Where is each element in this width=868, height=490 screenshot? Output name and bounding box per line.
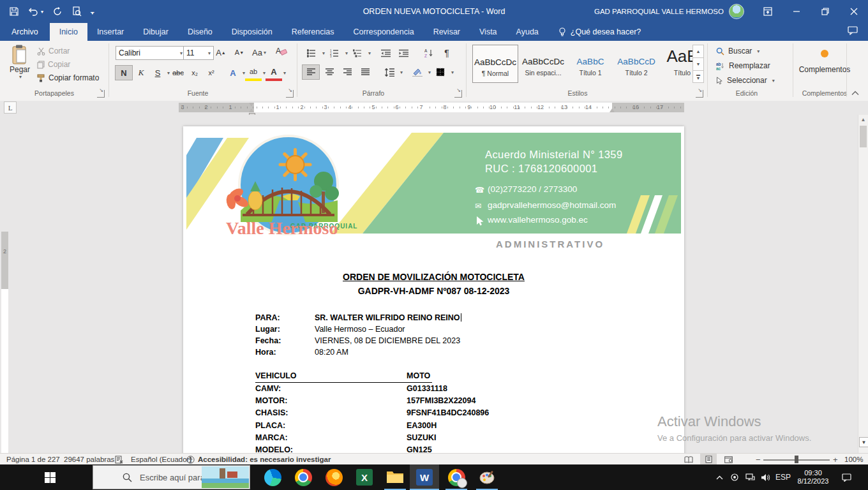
scrollbar-thumb[interactable] xyxy=(860,126,867,147)
numbering-button[interactable]: 123 xyxy=(326,46,343,60)
zoom-in-icon[interactable]: + xyxy=(833,454,838,465)
clear-formatting-icon[interactable]: A xyxy=(276,46,287,56)
styles-gallery-up-icon[interactable]: ▲ xyxy=(692,45,704,58)
grow-font-button[interactable]: A▲ xyxy=(213,45,229,59)
undo-button[interactable]: ▾ xyxy=(28,6,43,17)
highlight-button[interactable]: ab xyxy=(245,64,262,81)
tab-dibujar[interactable]: Dibujar xyxy=(133,23,178,41)
document-page[interactable]: GAD PARROQUIAL Valle Hermoso Acuerdo Min… xyxy=(183,126,684,453)
hanging-indent-marker[interactable] xyxy=(249,108,254,112)
taskbar-excel[interactable]: X xyxy=(350,464,379,490)
tab-archivo[interactable]: Archivo xyxy=(0,23,50,41)
align-right-button[interactable] xyxy=(339,65,355,79)
decrease-indent-button[interactable] xyxy=(377,46,394,60)
save-icon[interactable] xyxy=(9,6,19,17)
select-button[interactable]: Seleccionar▾ xyxy=(716,76,775,85)
account-avatar[interactable] xyxy=(729,4,744,19)
font-family-select[interactable]: Calibri▾ xyxy=(116,46,186,60)
network-icon[interactable] xyxy=(743,464,757,490)
tab-stop-selector[interactable]: L xyxy=(4,101,17,114)
accessibility-status[interactable]: Accesibilidad: es necesario investigar xyxy=(186,454,331,465)
format-painter-button[interactable]: Copiar formato xyxy=(37,73,99,82)
taskbar-chrome-profile[interactable] xyxy=(442,464,471,490)
ribbon-display-options-icon[interactable] xyxy=(753,0,782,23)
web-layout-button[interactable] xyxy=(720,454,737,465)
zoom-out-icon[interactable]: − xyxy=(756,454,761,465)
start-button[interactable] xyxy=(37,464,63,490)
volume-icon[interactable] xyxy=(758,464,772,490)
undo-dropdown-icon[interactable]: ▾ xyxy=(41,9,43,15)
tab-revisar[interactable]: Revisar xyxy=(424,23,470,41)
word-count[interactable]: 29647 palabras xyxy=(64,454,114,465)
read-mode-button[interactable] xyxy=(680,454,697,465)
vertical-scrollbar[interactable]: ▲ ▼ xyxy=(858,115,868,453)
styles-gallery-more-icon[interactable]: ▬▼ xyxy=(692,70,704,83)
tab-insertar[interactable]: Insertar xyxy=(87,23,133,41)
feedback-icon[interactable] xyxy=(848,26,858,35)
restore-button[interactable] xyxy=(811,0,839,23)
styles-dialog-launcher[interactable] xyxy=(696,90,703,98)
taskbar-word[interactable]: W xyxy=(410,464,439,490)
font-color-button[interactable]: A xyxy=(266,64,282,81)
taskbar-search-input[interactable]: Escribe aquí para buscar xyxy=(93,465,250,489)
taskbar-chrome[interactable] xyxy=(288,464,318,490)
align-left-button[interactable] xyxy=(302,64,320,80)
action-center-icon[interactable] xyxy=(837,464,855,490)
style-sin-espaciado[interactable]: AaBbCcDcSin espaci... xyxy=(521,45,565,82)
font-size-select[interactable]: 11▾ xyxy=(183,46,214,60)
replace-button[interactable]: abac Reemplazar xyxy=(716,61,770,70)
bold-button[interactable]: N xyxy=(115,65,133,80)
paste-button[interactable]: Pegar ▾ xyxy=(6,45,33,80)
multilevel-list-button[interactable] xyxy=(349,46,366,60)
first-line-indent-marker[interactable] xyxy=(249,103,254,107)
right-indent-marker[interactable] xyxy=(610,108,615,112)
superscript-button[interactable]: x² xyxy=(203,66,220,80)
horizontal-ruler[interactable]: 3 2 1 1 2 3 4 5 6 7 8 9 10 11 12 13 14 1… xyxy=(179,103,684,112)
scroll-up-icon[interactable]: ▲ xyxy=(858,115,868,124)
underline-button[interactable]: S xyxy=(149,66,166,80)
customize-qat-icon[interactable]: ▁▾ xyxy=(91,8,94,15)
tab-disposicion[interactable]: Disposición xyxy=(222,23,282,41)
redo-button[interactable] xyxy=(52,6,63,17)
proofing-icon[interactable] xyxy=(115,454,123,465)
tab-referencias[interactable]: Referencias xyxy=(282,23,344,41)
text-effects-button[interactable]: A xyxy=(225,66,241,80)
borders-button[interactable] xyxy=(432,65,449,79)
find-button[interactable]: Buscar▾ xyxy=(716,47,760,56)
strikethrough-button[interactable]: abc xyxy=(170,66,186,80)
styles-gallery-down-icon[interactable]: ▼ xyxy=(692,57,704,71)
language-indicator[interactable]: Español (Ecuador) xyxy=(131,454,191,465)
tray-chevron-icon[interactable] xyxy=(712,464,726,490)
print-layout-button[interactable] xyxy=(700,454,717,465)
next-page-icon[interactable]: ▼ xyxy=(859,437,868,447)
tab-correspondencia[interactable]: Correspondencia xyxy=(343,23,423,41)
bullets-button[interactable] xyxy=(303,46,320,60)
style-titulo-1[interactable]: AaBbCTítulo 1 xyxy=(568,45,613,82)
tab-inicio[interactable]: Inicio xyxy=(50,23,87,41)
page-indicator[interactable]: Página 1 de 227 xyxy=(6,454,60,465)
taskbar-edge[interactable] xyxy=(258,464,287,490)
close-button[interactable] xyxy=(839,0,868,23)
change-case-button[interactable]: Aa▾ xyxy=(250,45,268,59)
style-titulo-2[interactable]: AaBbCcDTítulo 2 xyxy=(614,45,659,82)
increase-indent-button[interactable] xyxy=(395,46,412,60)
minimize-button[interactable] xyxy=(782,0,811,23)
addins-button[interactable]: Complementos xyxy=(797,46,853,74)
tray-app-icon[interactable] xyxy=(728,464,742,490)
collapse-ribbon-icon[interactable] xyxy=(851,91,859,96)
shading-button[interactable] xyxy=(409,65,426,79)
tab-vista[interactable]: Vista xyxy=(470,23,507,41)
style-normal[interactable]: AaBbCcDc¶ Normal xyxy=(472,45,518,83)
tab-ayuda[interactable]: Ayuda xyxy=(507,23,548,41)
vertical-ruler[interactable]: 2 xyxy=(1,232,8,453)
show-marks-button[interactable]: ¶ xyxy=(438,46,455,60)
paragraph-dialog-launcher[interactable] xyxy=(454,90,462,98)
print-preview-icon[interactable] xyxy=(71,6,82,17)
language-tray[interactable]: ESP xyxy=(774,464,793,490)
zoom-level[interactable]: 100% xyxy=(844,454,863,465)
taskbar-file-explorer[interactable] xyxy=(380,464,410,490)
subscript-button[interactable]: x₂ xyxy=(186,66,203,80)
justify-button[interactable] xyxy=(357,65,373,79)
taskbar-paint[interactable] xyxy=(472,464,502,490)
tell-me-box[interactable]: ¿Qué desea hacer? xyxy=(548,23,641,41)
